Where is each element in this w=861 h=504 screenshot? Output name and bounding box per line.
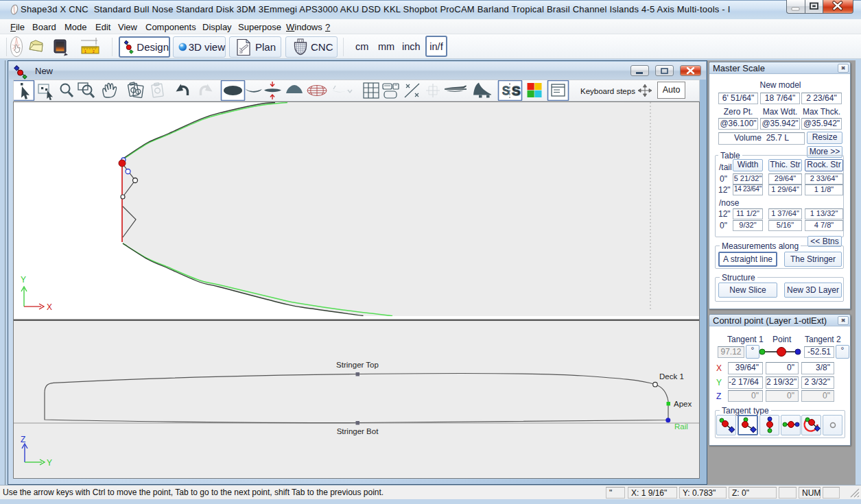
svg-text:1: 1 [84, 49, 86, 53]
svg-text:Y: Y [47, 458, 52, 468]
svg-text:X: X [47, 302, 52, 312]
svg-text:Keyboard steps: Keyboard steps [580, 87, 635, 95]
svg-text:Stringer Top: Stringer Top [336, 361, 379, 369]
svg-text:Y: Y [21, 275, 26, 285]
svg-text:Apex: Apex [674, 400, 692, 408]
svg-text:Stringer Bot: Stringer Bot [337, 427, 379, 435]
svg-text:Deck 1: Deck 1 [659, 372, 684, 381]
svg-text:S: S [502, 85, 510, 97]
svg-text:Rail: Rail [674, 422, 688, 431]
svg-text:Z: Z [21, 435, 25, 444]
svg-text:2: 2 [93, 49, 95, 53]
svg-text:S: S [512, 84, 521, 98]
